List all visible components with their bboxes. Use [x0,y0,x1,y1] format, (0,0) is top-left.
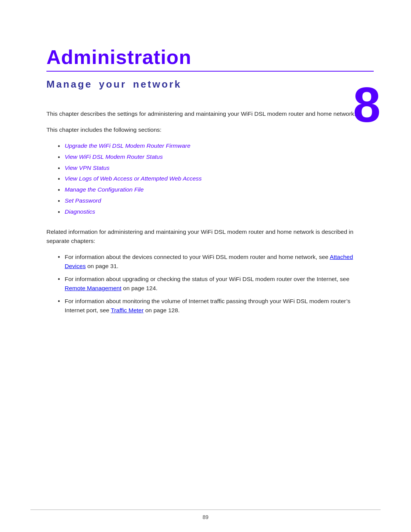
list-item: For information about upgrading or check… [58,275,365,293]
section-links-list: Upgrade the WiFi DSL Modem Router Firmwa… [58,141,365,217]
bullet-text-before-3: For information about monitoring the vol… [65,298,350,313]
list-item: Set Password [58,196,365,206]
title-rule [46,71,374,72]
page-container: 8 Administration Manage your network Thi… [0,0,411,532]
link-traffic-meter[interactable]: Traffic Meter [111,307,143,313]
list-item: Diagnostics [58,207,365,217]
list-item: For information about monitoring the vol… [58,297,365,315]
content-area: 8 Administration Manage your network Thi… [0,0,411,355]
intro-paragraph-1: This chapter describes the settings for … [46,109,365,118]
page-footer: 89 [0,510,411,521]
chapter-subtitle: Manage your network [46,78,365,90]
list-item: View WiFi DSL Modem Router Status [58,152,365,162]
list-item: View Logs of Web Access or Attempted Web… [58,174,365,184]
list-item: For information about the devices connec… [58,252,365,271]
bullet-text-after-3: on page 128. [143,307,180,313]
intro-paragraph-2: This chapter includes the following sect… [46,125,365,134]
chapter-title: Administration [46,46,365,69]
link-view-logs[interactable]: View Logs of Web Access or Attempted Web… [65,175,202,182]
list-item: Upgrade the WiFi DSL Modem Router Firmwa… [58,141,365,151]
bullet-text-before-1: For information about the devices connec… [65,254,330,260]
link-manage-config[interactable]: Manage the Configuration File [65,186,144,193]
chapter-number: 8 [353,80,381,129]
footer-rule [30,510,381,510]
bullet-text-after-2: on page 124. [121,285,158,291]
list-item: Manage the Configuration File [58,185,365,195]
link-set-password[interactable]: Set Password [65,197,101,204]
page-number: 89 [202,514,209,520]
link-view-vpn-status[interactable]: View VPN Status [65,165,110,171]
bullet-text-after-1: on page 31. [86,263,118,269]
related-bullets-list: For information about the devices connec… [58,252,365,315]
link-upgrade-firmware[interactable]: Upgrade the WiFi DSL Modem Router Firmwa… [65,142,190,149]
bullet-text-before-2: For information about upgrading or check… [65,276,349,282]
link-remote-management[interactable]: Remote Management [65,285,121,291]
related-intro-paragraph: Related information for administering an… [46,227,365,246]
link-view-router-status[interactable]: View WiFi DSL Modem Router Status [65,153,163,160]
list-item: View VPN Status [58,163,365,173]
link-diagnostics[interactable]: Diagnostics [65,208,95,215]
